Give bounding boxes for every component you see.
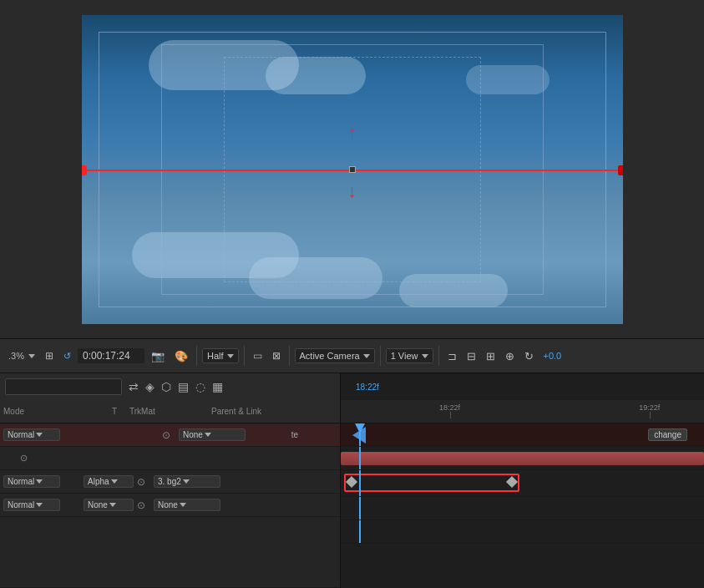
- t-col-header: T: [106, 407, 123, 416]
- camera-chevron: [363, 354, 370, 358]
- track-row-5: [341, 520, 704, 544]
- toolbar: .3% ⊞ ↺ 0:00:17:24 📷 🎨 Half ▭ ⊠ Active C…: [0, 338, 704, 373]
- track-bar-2[interactable]: [341, 452, 704, 465]
- right-handle[interactable]: [618, 165, 623, 175]
- playhead-2: [359, 447, 361, 469]
- layer3-mode-value: Normal: [8, 477, 34, 486]
- layer4-trkmat-chevron: [109, 503, 116, 507]
- timecode-ruler: 18:22f 19:22f: [341, 400, 704, 423]
- playhead-3: [359, 470, 361, 496]
- shape-icon[interactable]: ⬡: [161, 380, 171, 393]
- layer-row-4[interactable]: Normal None ⊙ None: [0, 494, 340, 517]
- track-row-3: [341, 470, 704, 497]
- export-icon[interactable]: ⊐: [444, 348, 460, 364]
- layer4-mode-value: Normal: [8, 500, 34, 509]
- tracks-panel: 18:22f 19:22f change: [341, 400, 704, 588]
- refresh-icon[interactable]: ↻: [521, 348, 537, 364]
- track-row-2: [341, 447, 704, 470]
- view-label: 1 View: [391, 351, 418, 361]
- layer-search[interactable]: [5, 378, 122, 395]
- color-icon[interactable]: 🎨: [171, 348, 191, 364]
- layer1-mode-dropdown[interactable]: Normal: [3, 428, 60, 441]
- layer3-link-icon[interactable]: ⊙: [137, 476, 150, 488]
- align-icon[interactable]: ⊕: [502, 348, 518, 364]
- timeline-tools-left: ⇄ ◈ ⬡ ▤ ◌ ▦: [0, 373, 341, 400]
- layer4-parent-dropdown[interactable]: None: [154, 499, 220, 511]
- layer1-name: te: [291, 430, 298, 439]
- layer1-mode-value: Normal: [8, 430, 34, 439]
- layer4-link-icon[interactable]: ⊙: [137, 499, 150, 511]
- canvas: ↑ ↓: [82, 15, 623, 324]
- timeline-selection[interactable]: [344, 474, 519, 492]
- layer-row-1[interactable]: Normal ⊙ None te: [0, 423, 340, 447]
- zoom-value: .3%: [8, 351, 24, 361]
- left-handle[interactable]: [82, 165, 87, 175]
- quality-dropdown[interactable]: Half: [202, 348, 239, 363]
- stopwatch-icon[interactable]: ⊙: [20, 453, 28, 464]
- playhead-5: [359, 520, 361, 543]
- change-label: change: [654, 430, 681, 439]
- resolution-icon[interactable]: ⊞: [42, 348, 57, 363]
- trkmat-col-header: TrkMat: [129, 407, 205, 416]
- resize-icon[interactable]: ⊟: [463, 348, 479, 364]
- track-row-4: [341, 497, 704, 520]
- layer1-link-icon[interactable]: ⊙: [162, 429, 175, 441]
- layer3-parent-value: 3. bg2: [158, 477, 181, 486]
- layer4-mode-chevron: [36, 503, 43, 507]
- view-dropdown[interactable]: 1 View: [386, 348, 433, 363]
- layer4-trkmat-dropdown[interactable]: None: [84, 499, 134, 511]
- t-label: T: [112, 407, 117, 416]
- layer4-parent-chevron: [180, 503, 186, 507]
- offset-label: +0.0: [544, 351, 562, 361]
- layer4-mode-dropdown[interactable]: Normal: [3, 499, 60, 511]
- current-time-display: 18:22f: [346, 383, 379, 392]
- transfer-icon[interactable]: ⇄: [129, 380, 139, 393]
- playhead[interactable]: [359, 423, 361, 446]
- zoom-display[interactable]: .3%: [5, 349, 38, 362]
- timecode-value: 0:00:17:24: [83, 350, 130, 362]
- divider-1: [196, 346, 197, 366]
- layer3-mode-chevron: [36, 479, 43, 484]
- layer1-parent-chevron: [205, 433, 211, 437]
- divider-3: [289, 346, 290, 366]
- playhead-4: [359, 497, 361, 520]
- layer-row-2[interactable]: ⊙: [0, 447, 340, 470]
- ruler-tick-2: [650, 412, 651, 418]
- layer3-parent-dropdown[interactable]: 3. bg2: [154, 475, 220, 488]
- camera-dropdown[interactable]: Active Camera: [295, 348, 375, 363]
- chart-icon[interactable]: ⊞: [483, 348, 499, 364]
- mode-col-header: Mode: [3, 407, 99, 416]
- 3d-icon[interactable]: ◈: [145, 380, 154, 393]
- layer2-controls: ⊙: [3, 453, 28, 464]
- timecode-display[interactable]: 0:00:17:24: [78, 348, 144, 363]
- layer1-parent-dropdown[interactable]: None: [179, 428, 246, 441]
- timeline-tools-right: 18:22f: [341, 373, 704, 400]
- grid-icon[interactable]: ▭: [250, 348, 266, 363]
- timeline-area: ⇄ ◈ ⬡ ▤ ◌ ▦ 18:22f Mode T TrkMat: [0, 373, 704, 588]
- layer3-mode-dropdown[interactable]: Normal: [3, 475, 60, 488]
- arrow-up: ↑: [347, 124, 357, 142]
- loop-icon[interactable]: ↺: [60, 349, 74, 363]
- composition-icon[interactable]: ▤: [178, 380, 189, 393]
- calendar-icon[interactable]: ▦: [212, 380, 223, 393]
- trkmat-label: TrkMat: [129, 407, 155, 416]
- offset-value: +0.0: [540, 349, 565, 362]
- mask-icon[interactable]: ◌: [195, 380, 205, 393]
- layer4-parent-value: None: [158, 500, 178, 509]
- track-row-1: change: [341, 423, 704, 447]
- layer1-parent-value: None: [183, 430, 203, 439]
- layer-row-3[interactable]: Normal Alpha ⊙ 3. bg2: [0, 470, 340, 494]
- change-button[interactable]: change: [648, 428, 687, 441]
- timeline-body: Mode T TrkMat Parent & Link Normal: [0, 400, 704, 588]
- center-handle[interactable]: [349, 166, 356, 173]
- overlay-icon[interactable]: ⊠: [269, 348, 284, 363]
- viewer-area: ↑ ↓: [0, 0, 704, 338]
- ruler-tick-1: [450, 412, 451, 418]
- camera-icon[interactable]: 📷: [148, 348, 168, 364]
- divider-4: [380, 346, 381, 366]
- layer3-trkmat-dropdown[interactable]: Alpha: [84, 475, 134, 488]
- ruler-label-2: 19:22f: [639, 403, 660, 412]
- ruler-label-1: 18:22f: [439, 403, 460, 412]
- parent-label: Parent & Link: [211, 407, 261, 416]
- transform-line[interactable]: [82, 170, 623, 171]
